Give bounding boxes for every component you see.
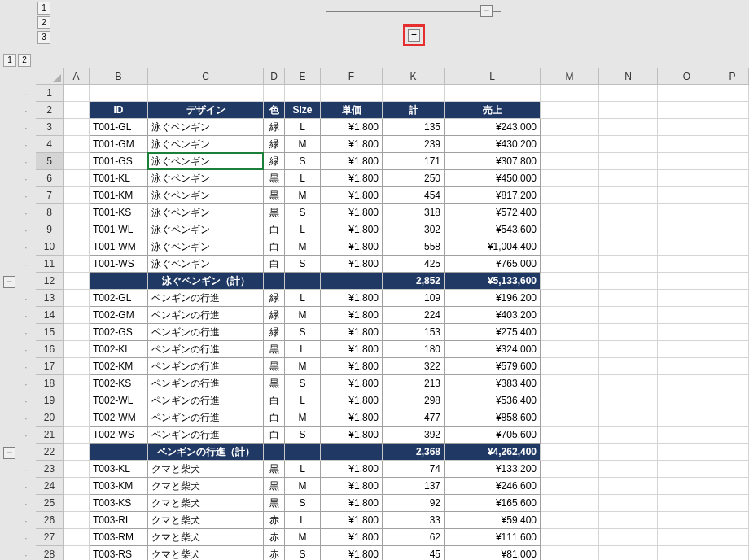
cell[interactable]: 322	[383, 358, 445, 375]
cell[interactable]: T002-GM	[90, 307, 148, 324]
cell[interactable]	[658, 341, 716, 358]
row-outline-level-3[interactable]: 3	[37, 31, 50, 44]
cell[interactable]: ¥1,004,400	[445, 238, 541, 256]
cell[interactable]: 単価	[321, 102, 383, 119]
cell[interactable]	[716, 256, 749, 273]
cell[interactable]	[599, 85, 658, 102]
cell[interactable]	[658, 204, 716, 221]
cell[interactable]: ¥1,800	[321, 221, 383, 238]
cell[interactable]	[64, 512, 90, 529]
cell[interactable]: ペンギンの行進	[148, 341, 264, 358]
cell[interactable]: ¥1,800	[321, 341, 383, 358]
cell[interactable]	[383, 85, 445, 102]
cell[interactable]	[599, 136, 658, 153]
cell[interactable]	[658, 512, 716, 529]
cell[interactable]: 477	[383, 409, 445, 427]
row-head-20[interactable]: 20	[36, 409, 64, 427]
cell[interactable]: S	[285, 427, 321, 444]
cell[interactable]	[658, 136, 716, 153]
cell[interactable]	[541, 358, 599, 375]
cell[interactable]: ペンギンの行進	[148, 324, 264, 341]
cell[interactable]	[716, 358, 749, 375]
cell[interactable]: 298	[383, 392, 445, 409]
cell[interactable]: ¥1,800	[321, 324, 383, 341]
cell[interactable]	[64, 546, 90, 560]
row-head-6[interactable]: 6	[36, 170, 64, 187]
cell[interactable]: S	[285, 546, 321, 560]
cell[interactable]: デザイン	[148, 102, 264, 119]
cell[interactable]	[658, 461, 716, 478]
cell[interactable]	[716, 546, 749, 560]
cell[interactable]	[599, 529, 658, 546]
cell[interactable]	[64, 375, 90, 392]
cell[interactable]	[64, 478, 90, 495]
cell[interactable]: 売上	[445, 102, 541, 119]
cell[interactable]	[541, 341, 599, 358]
cell[interactable]: L	[285, 221, 321, 238]
cell[interactable]: ID	[90, 102, 148, 119]
cell[interactable]	[541, 461, 599, 478]
cell[interactable]: L	[285, 341, 321, 358]
cell[interactable]	[64, 290, 90, 307]
cell[interactable]: T003-KS	[90, 495, 148, 512]
cell[interactable]	[599, 221, 658, 238]
row-head-8[interactable]: 8	[36, 204, 64, 221]
cell[interactable]	[64, 307, 90, 324]
row-head-18[interactable]: 18	[36, 375, 64, 392]
cell[interactable]: L	[285, 290, 321, 307]
cell[interactable]: ¥324,000	[445, 341, 541, 358]
cell[interactable]	[541, 324, 599, 341]
column-group-expand-button[interactable]: +	[408, 29, 420, 42]
cell[interactable]	[599, 461, 658, 478]
cell[interactable]	[541, 529, 599, 546]
cell[interactable]: T001-GS	[90, 153, 148, 170]
cell[interactable]: T001-WS	[90, 256, 148, 273]
cell[interactable]	[658, 187, 716, 204]
cell[interactable]: ¥858,600	[445, 409, 541, 427]
cell[interactable]: クマと柴犬	[148, 529, 264, 546]
cell[interactable]: ¥1,800	[321, 187, 383, 204]
cell[interactable]	[321, 444, 383, 461]
cell[interactable]: ¥383,400	[445, 375, 541, 392]
cell[interactable]	[264, 273, 285, 290]
cell[interactable]	[541, 546, 599, 560]
cell[interactable]	[599, 290, 658, 307]
cell[interactable]: クマと柴犬	[148, 546, 264, 560]
cell[interactable]: 赤	[264, 512, 285, 529]
cell[interactable]	[541, 204, 599, 221]
cell[interactable]: T002-GL	[90, 290, 148, 307]
row-head-5[interactable]: 5	[36, 153, 64, 170]
cell[interactable]: 33	[383, 512, 445, 529]
cell[interactable]	[264, 444, 285, 461]
cell[interactable]	[541, 153, 599, 170]
cell[interactable]: ¥1,800	[321, 461, 383, 478]
cell[interactable]: ¥307,800	[445, 153, 541, 170]
col-head-A[interactable]: A	[64, 68, 90, 85]
select-all-corner[interactable]	[36, 68, 64, 85]
cell[interactable]	[716, 102, 749, 119]
row-head-23[interactable]: 23	[36, 461, 64, 478]
cell[interactable]	[658, 546, 716, 560]
cell[interactable]	[658, 102, 716, 119]
cell[interactable]	[285, 85, 321, 102]
cell[interactable]: 泳ぐペンギン	[148, 256, 264, 273]
cell[interactable]	[716, 153, 749, 170]
cell[interactable]: ¥1,800	[321, 256, 383, 273]
row-head-15[interactable]: 15	[36, 324, 64, 341]
cell[interactable]	[541, 119, 599, 136]
cell[interactable]: 224	[383, 307, 445, 324]
cell[interactable]	[716, 495, 749, 512]
cell[interactable]	[599, 478, 658, 495]
cell[interactable]	[541, 392, 599, 409]
cell[interactable]	[716, 392, 749, 409]
row-head-25[interactable]: 25	[36, 495, 64, 512]
cell[interactable]	[716, 307, 749, 324]
cell[interactable]: ¥5,133,600	[445, 273, 541, 290]
cell[interactable]	[64, 409, 90, 427]
col-head-N[interactable]: N	[599, 68, 658, 85]
cell[interactable]: S	[285, 495, 321, 512]
col-head-C[interactable]: C	[148, 68, 264, 85]
cell[interactable]: 109	[383, 290, 445, 307]
cell[interactable]: ¥133,200	[445, 461, 541, 478]
cell[interactable]: 白	[264, 238, 285, 256]
